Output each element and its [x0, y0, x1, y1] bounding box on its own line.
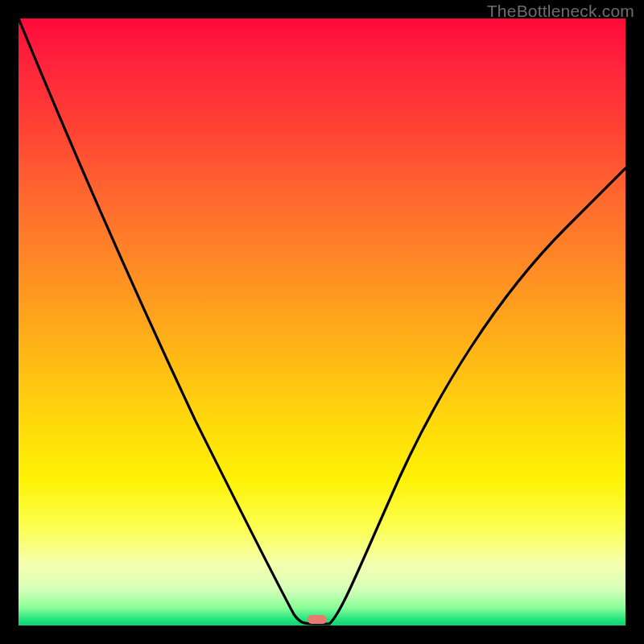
optimum-marker [308, 615, 327, 624]
plot-area [19, 19, 625, 625]
watermark-text: TheBottleneck.com [487, 2, 634, 21]
curve-path [19, 19, 625, 624]
chart-frame: TheBottleneck.com [0, 0, 644, 644]
bottleneck-curve [19, 19, 625, 625]
